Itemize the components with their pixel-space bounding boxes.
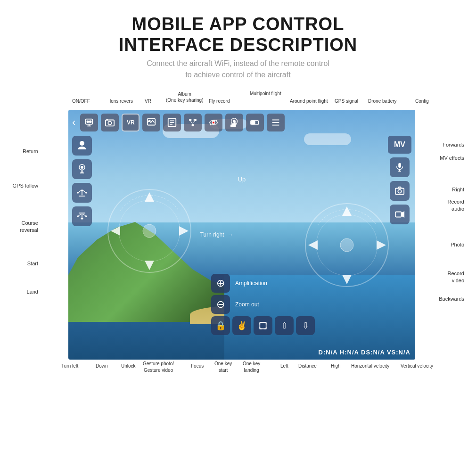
- label-gesture-photo: Gesture photo/Gesture video: [143, 361, 174, 374]
- label-one-key-start: One keystart: [214, 361, 232, 374]
- zoom-out-label: Zoom out: [235, 301, 259, 308]
- label-one-key-landing: One keylanding: [243, 361, 260, 374]
- svg-rect-40: [395, 212, 402, 217]
- course-reversal-icon[interactable]: [72, 159, 92, 179]
- label-course-reversal: Coursereversal: [20, 220, 38, 233]
- label-vertical-velocity: Vertical velocity: [401, 363, 433, 369]
- label-onoff: ON/OFF: [72, 98, 90, 104]
- onoff-icon[interactable]: [80, 114, 98, 131]
- record-video-icon[interactable]: [390, 205, 410, 224]
- zoom-row: ⊕ Amplification: [211, 274, 315, 293]
- gps-follow-icon[interactable]: [72, 136, 92, 156]
- left-side-icons: [72, 136, 92, 226]
- label-start: Start: [27, 261, 38, 266]
- mv-button[interactable]: MV: [388, 136, 411, 154]
- interface-area: ON/OFF lens revers VR Album(One key shar…: [12, 89, 464, 386]
- fly-record-icon[interactable]: [163, 114, 181, 131]
- label-fly-record: Fly record: [209, 98, 230, 104]
- top-labels-row: ON/OFF lens revers VR Album(One key shar…: [40, 89, 450, 110]
- vr-icon[interactable]: VR: [122, 114, 140, 131]
- subtitle-line2: to achieve control of the aircraft: [119, 69, 358, 81]
- gesture-icon[interactable]: ✌: [232, 316, 251, 335]
- svg-rect-17: [231, 125, 232, 127]
- zoom-out-icon[interactable]: ⊖: [211, 295, 230, 314]
- svg-rect-19: [234, 123, 236, 127]
- svg-point-47: [143, 224, 156, 238]
- svg-marker-45: [111, 226, 120, 236]
- svg-marker-46: [179, 226, 189, 236]
- svg-marker-53: [377, 240, 386, 250]
- svg-rect-2: [90, 121, 91, 123]
- label-focus: Focus: [191, 363, 204, 369]
- label-forwards: Forwards: [418, 142, 464, 148]
- turn-right-label: Turn right →: [200, 231, 233, 238]
- amplification-label: Amplification: [235, 280, 267, 287]
- svg-point-11: [189, 119, 191, 121]
- down-arrow-icon[interactable]: ⇩: [296, 316, 315, 335]
- status-bar: D:N/A H:N/A DS:N/A VS:N/A: [319, 349, 410, 356]
- label-config: Config: [415, 98, 429, 104]
- around-point-icon[interactable]: [205, 114, 222, 131]
- drone-battery-icon[interactable]: [246, 114, 264, 131]
- multipoint-icon[interactable]: [184, 114, 202, 131]
- album-icon[interactable]: [142, 114, 160, 131]
- label-horizontal-velocity: Horizontal velocity: [351, 363, 389, 369]
- back-arrow-icon[interactable]: ‹: [72, 116, 75, 129]
- left-labels-col: Return GPS follow Coursereversal Start L…: [12, 110, 40, 360]
- svg-marker-51: [342, 275, 352, 284]
- label-gps-follow: GPS follow: [13, 183, 38, 189]
- label-around: Around point flight: [290, 98, 328, 104]
- svg-marker-52: [308, 240, 318, 250]
- label-photo: Photo: [418, 242, 464, 247]
- label-high: High: [331, 363, 341, 369]
- main-content-row: Return GPS follow Coursereversal Start L…: [12, 110, 464, 360]
- main-title: MOBILE APP CONTROL INTERFACE DESCRIPTION: [119, 14, 358, 55]
- svg-point-1: [87, 121, 89, 123]
- lock-icon[interactable]: 🔒: [211, 316, 230, 335]
- screenshot-frame: ‹: [68, 110, 415, 360]
- subtitle-line1: Connect the aircraft WiFi, instead of th…: [119, 58, 358, 69]
- svg-rect-55: [260, 323, 266, 329]
- top-toolbar: ‹: [68, 114, 415, 131]
- label-multipoint: Multipoint flight: [250, 91, 281, 96]
- label-unlock: Unlock: [121, 363, 136, 369]
- amplify-icon[interactable]: ⊕: [211, 274, 230, 293]
- focus-icon[interactable]: [254, 316, 272, 335]
- svg-point-39: [398, 190, 401, 193]
- svg-point-14: [213, 122, 215, 124]
- label-land: Land: [27, 289, 38, 295]
- up-arrow-icon[interactable]: ⇧: [275, 316, 294, 335]
- photo-icon[interactable]: [390, 181, 410, 201]
- svg-marker-50: [342, 206, 352, 216]
- record-audio-icon[interactable]: [390, 157, 410, 177]
- right-labels-col: Forwards MV effects Right Recordaudio Ph…: [417, 110, 464, 360]
- right-joystick[interactable]: [304, 202, 391, 289]
- label-vr: VR: [145, 98, 151, 104]
- label-turn-left: Turn left: [61, 363, 78, 369]
- label-distance: Distance: [298, 363, 317, 369]
- gps-signal-icon[interactable]: [225, 114, 243, 131]
- title-line1: MOBILE APP CONTROL: [119, 14, 358, 35]
- svg-marker-44: [145, 261, 154, 270]
- up-label: Up: [238, 176, 246, 183]
- label-record-audio: Recordaudio: [418, 198, 464, 212]
- start-icon[interactable]: [72, 183, 92, 203]
- bottom-labels-row: Turn left Down Unlock Gesture photo/Gest…: [40, 360, 450, 386]
- label-down: Down: [96, 363, 108, 369]
- svg-point-12: [195, 119, 197, 121]
- label-left: Left: [280, 363, 288, 369]
- page-container: MOBILE APP CONTROL INTERFACE DESCRIPTION…: [0, 0, 476, 476]
- cloud-3: [304, 133, 351, 145]
- land-icon[interactable]: [72, 206, 92, 226]
- label-return: Return: [23, 148, 38, 154]
- label-right: Right: [418, 187, 464, 192]
- svg-point-25: [81, 166, 83, 169]
- bottom-center-controls: ⊕ Amplification ⊖ Zoom out 🔒 ✌: [211, 274, 315, 335]
- config-icon[interactable]: [267, 114, 285, 131]
- label-gps-signal: GPS signal: [335, 98, 358, 104]
- svg-point-16: [233, 120, 236, 123]
- label-mv-effects: MV effects: [418, 155, 464, 161]
- left-joystick[interactable]: [106, 188, 193, 275]
- lens-reverse-icon[interactable]: [101, 114, 119, 131]
- svg-marker-43: [145, 192, 154, 202]
